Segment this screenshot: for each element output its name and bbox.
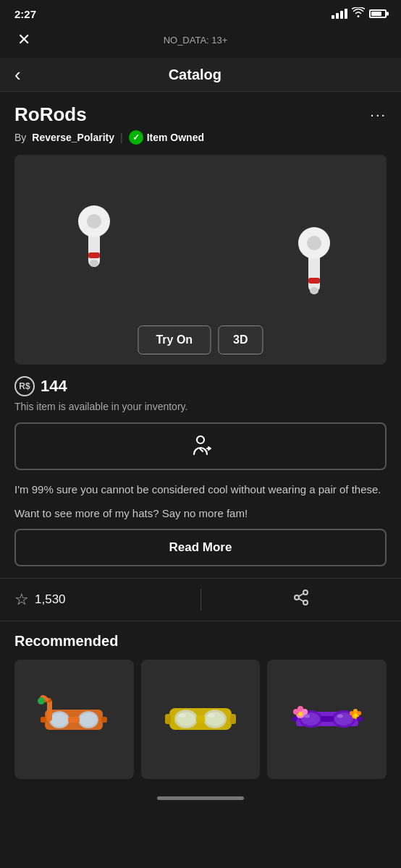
svg-point-53: [304, 715, 310, 718]
svg-point-45: [302, 709, 308, 715]
owned-label: Item Owned: [147, 132, 204, 143]
item-title: RoRods: [14, 103, 87, 126]
svg-rect-20: [47, 699, 52, 721]
svg-point-18: [80, 712, 97, 727]
status-time: 2:27: [14, 8, 36, 20]
rec-item-1-image: [34, 679, 114, 759]
read-more-button[interactable]: Read More: [14, 529, 387, 566]
price-row: R$ 144: [14, 376, 387, 396]
home-bar: [157, 796, 244, 800]
svg-point-42: [298, 712, 303, 716]
status-icons: [332, 7, 387, 20]
recommended-title: Recommended: [14, 633, 387, 650]
svg-rect-6: [308, 278, 320, 284]
try-on-button[interactable]: Try On: [138, 326, 211, 354]
star-icon[interactable]: ☆: [14, 590, 29, 609]
signal-icon: [332, 9, 347, 19]
wear-button[interactable]: [14, 422, 387, 470]
3d-button[interactable]: 3D: [218, 326, 263, 354]
svg-point-50: [357, 711, 361, 715]
svg-point-48: [350, 711, 354, 715]
close-button[interactable]: ✕: [14, 29, 33, 51]
no-data-label: NO_DATA: 13+: [164, 35, 228, 46]
more-options-button[interactable]: ···: [370, 103, 387, 123]
top-bar: ✕ NO_DATA: 13+: [0, 25, 401, 58]
rec-item-2-image: [161, 679, 240, 759]
status-bar: 2:27: [0, 0, 401, 25]
svg-point-34: [208, 713, 215, 718]
check-icon: ✓: [129, 130, 143, 145]
item-meta: By Reverse_Polarity | ✓ Item Owned: [14, 130, 387, 145]
item-content: RoRods ··· By Reverse_Polarity | ✓ Item …: [0, 92, 401, 578]
svg-rect-51: [357, 717, 363, 721]
rec-item-3-image: [287, 679, 367, 759]
svg-point-12: [295, 595, 299, 600]
airpod-left: [58, 184, 130, 285]
svg-point-47: [353, 714, 357, 718]
stats-divider: [200, 589, 201, 610]
svg-point-13: [303, 600, 308, 605]
svg-rect-32: [165, 714, 171, 724]
back-button[interactable]: ‹: [14, 65, 21, 84]
share-section: [216, 589, 387, 610]
svg-rect-1: [88, 252, 100, 258]
svg-rect-22: [101, 717, 107, 723]
svg-point-29: [206, 712, 224, 726]
item-image-container: Try On 3D: [14, 155, 387, 365]
svg-point-16: [51, 712, 68, 727]
description-2: Want to see more of my hats? Say no more…: [14, 506, 387, 522]
svg-rect-40: [321, 716, 334, 722]
nav-bar: ‹ Catalog: [0, 58, 401, 92]
owned-badge: ✓ Item Owned: [129, 130, 204, 145]
home-indicator: [0, 791, 401, 803]
svg-point-33: [179, 713, 186, 718]
stats-bar: ☆ 1,530: [0, 578, 401, 621]
recommended-grid: [14, 660, 387, 779]
nav-title: Catalog: [33, 67, 358, 83]
recommended-item-2[interactable]: [141, 660, 261, 779]
svg-point-49: [353, 709, 358, 713]
svg-point-4: [90, 260, 98, 267]
svg-point-11: [303, 590, 308, 595]
share-icon[interactable]: [292, 589, 310, 610]
favorites-section: ☆ 1,530: [14, 590, 186, 609]
robux-icon: R$: [14, 376, 35, 396]
svg-point-54: [337, 715, 343, 718]
item-actions: Try On 3D: [138, 326, 263, 354]
airpod-right: [278, 205, 350, 321]
by-label: By: [14, 132, 26, 143]
svg-point-27: [177, 712, 195, 726]
favorites-count: 1,530: [35, 592, 66, 607]
inventory-text: This item is available in your inventory…: [14, 401, 387, 412]
svg-point-10: [197, 436, 204, 443]
svg-rect-23: [41, 717, 46, 723]
svg-rect-31: [230, 714, 236, 724]
svg-point-24: [38, 697, 45, 705]
svg-rect-19: [68, 717, 80, 723]
recommended-item-3[interactable]: [267, 660, 387, 779]
creator-link[interactable]: Reverse_Polarity: [32, 132, 114, 143]
svg-rect-30: [196, 715, 205, 723]
recommended-section: Recommended: [0, 621, 401, 791]
battery-icon: [369, 9, 387, 18]
svg-rect-52: [292, 717, 297, 721]
price-value: 144: [41, 377, 67, 396]
recommended-item-1[interactable]: [14, 660, 134, 779]
wear-icon: [188, 434, 213, 459]
description-1: I'm 99% sure you cannot be considered co…: [14, 482, 387, 498]
svg-point-9: [310, 287, 318, 294]
svg-point-8: [307, 236, 321, 250]
svg-point-3: [87, 214, 101, 229]
pipe-divider: |: [120, 132, 123, 143]
avatar-wear-icon: [188, 434, 213, 459]
wifi-icon: [352, 7, 365, 20]
item-header: RoRods ···: [14, 103, 387, 126]
